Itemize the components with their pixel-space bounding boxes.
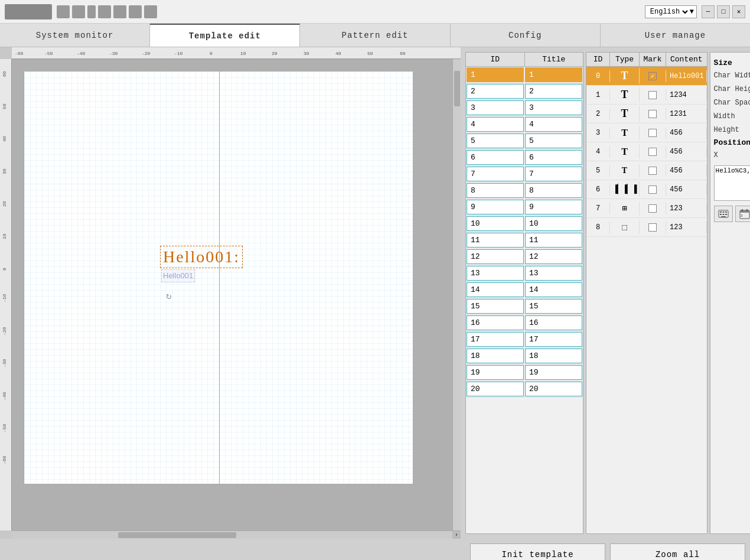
- svg-text:40: 40: [335, 51, 341, 56]
- obj-mark-cell[interactable]: [640, 165, 666, 177]
- obj-id-cell: 8: [586, 222, 610, 233]
- mark-checkbox[interactable]: [648, 167, 657, 175]
- mark-checkbox[interactable]: [648, 223, 657, 232]
- template-row[interactable]: 13 13: [466, 265, 583, 282]
- h-scroll-right-arrow[interactable]: ›: [452, 531, 461, 539]
- object-row[interactable]: 5 T 456: [586, 161, 707, 180]
- template-list-header: ID Title: [466, 53, 583, 67]
- zoom-all-button[interactable]: Zoom all: [610, 543, 745, 560]
- rotate-handle-icon[interactable]: ↻: [166, 290, 172, 302]
- tab-user-manage[interactable]: User manage: [601, 24, 750, 47]
- language-selector[interactable]: English ▼: [645, 5, 697, 18]
- template-row[interactable]: 14 14: [466, 282, 583, 298]
- width-label: Width: [714, 112, 750, 121]
- canvas-paper[interactable]: Hello001: Hello001 ↻: [24, 71, 413, 484]
- obj-mark-cell[interactable]: [640, 70, 666, 82]
- object-row[interactable]: 4 T 456: [586, 142, 707, 161]
- template-row[interactable]: 19 19: [466, 364, 583, 381]
- obj-mark-cell[interactable]: [640, 108, 666, 120]
- template-row[interactable]: 8 8: [466, 183, 583, 199]
- template-row[interactable]: 12 12: [466, 249, 583, 265]
- object-row[interactable]: 2 T 1231: [586, 105, 707, 123]
- mark-checkbox[interactable]: [648, 72, 657, 80]
- template-list: ID Title 1 1 2 2 3 3 4 4 5 5 6 6 7 7 8 8: [465, 52, 583, 534]
- template-row[interactable]: 3 3: [466, 100, 583, 116]
- maximize-button[interactable]: □: [717, 5, 730, 18]
- close-button[interactable]: ✕: [732, 5, 745, 18]
- template-row[interactable]: 17 17: [466, 331, 583, 348]
- template-row[interactable]: 10 10: [466, 216, 583, 232]
- mark-checkbox[interactable]: [648, 129, 657, 137]
- tab-pattern-edit[interactable]: Pattern edit: [300, 24, 450, 47]
- props-scroll[interactable]: Size Char Width ▲ ▼ Char Height: [710, 53, 750, 533]
- main-content: -60 -50 -40 -30 -20 -10 0 10 20 30 40 50…: [0, 47, 750, 539]
- mark-checkbox[interactable]: [648, 185, 657, 194]
- template-row[interactable]: 1 1: [466, 67, 583, 83]
- mark-checkbox[interactable]: [648, 91, 657, 99]
- svg-text:-10: -10: [174, 51, 183, 56]
- template-cell-id: 5: [467, 134, 524, 148]
- template-row[interactable]: 4 4: [466, 116, 583, 133]
- obj-mark-cell[interactable]: [640, 127, 666, 139]
- init-template-button[interactable]: Init template: [470, 543, 605, 560]
- svg-text:50: 50: [2, 103, 7, 109]
- object-row[interactable]: 0 T Hello001: [586, 67, 707, 86]
- obj-col-id-header: ID: [586, 53, 610, 66]
- obj-content-cell: Hello001: [666, 70, 707, 82]
- h-scrollbar-thumb[interactable]: [118, 532, 236, 538]
- obj-type-cell: ⊞: [610, 201, 640, 215]
- obj-id-cell: 0: [586, 70, 610, 82]
- object-row[interactable]: 7 ⊞ 123: [586, 199, 707, 218]
- v-scrollbar-thumb[interactable]: [454, 71, 460, 106]
- vertical-scrollbar[interactable]: [452, 59, 461, 530]
- object-list-body[interactable]: 0 T Hello001 1 T 1234 2 T 1231 3 T 456 4…: [586, 67, 707, 533]
- language-dropdown[interactable]: English: [648, 7, 690, 17]
- tab-template-edit[interactable]: Template edit: [150, 24, 300, 47]
- mark-checkbox[interactable]: [648, 148, 657, 156]
- canvas-scroll-area[interactable]: Hello001: Hello001 ↻: [12, 59, 461, 530]
- svg-text:50: 50: [367, 51, 373, 56]
- mark-checkbox[interactable]: [648, 204, 657, 213]
- template-cell-title: 11: [525, 233, 582, 248]
- tab-config[interactable]: Config: [451, 24, 601, 47]
- obj-mark-cell[interactable]: [640, 146, 666, 158]
- template-cell-title: 4: [525, 117, 582, 132]
- obj-type-cell: T: [610, 87, 640, 103]
- template-cell-id: 3: [467, 100, 524, 115]
- canvas-text-hello[interactable]: Hello001:: [160, 246, 243, 268]
- icon-box-3: [87, 5, 96, 18]
- obj-type-cell: ▐▏▐▏▐: [610, 182, 640, 197]
- template-row[interactable]: 20 20: [466, 381, 583, 398]
- object-row[interactable]: 3 T 456: [586, 123, 707, 142]
- svg-text:60: 60: [2, 71, 7, 77]
- template-row[interactable]: 2 2: [466, 83, 583, 100]
- template-row[interactable]: 11 11: [466, 232, 583, 249]
- template-cell-title: 14: [525, 282, 582, 297]
- template-list-body[interactable]: 1 1 2 2 3 3 4 4 5 5 6 6 7 7 8 8 9 9 10 1…: [466, 67, 583, 533]
- template-row[interactable]: 15 15: [466, 298, 583, 315]
- obj-mark-cell[interactable]: [640, 222, 666, 233]
- props-textarea[interactable]: [714, 165, 750, 201]
- obj-mark-cell[interactable]: [640, 89, 666, 101]
- object-row[interactable]: 6 ▐▏▐▏▐ 456: [586, 180, 707, 199]
- tab-system-monitor[interactable]: System monitor: [0, 24, 150, 47]
- template-row[interactable]: 16 16: [466, 315, 583, 331]
- object-row[interactable]: 8 ⬚ 123: [586, 218, 707, 237]
- minimize-button[interactable]: ─: [702, 5, 715, 18]
- template-row[interactable]: 9 9: [466, 199, 583, 216]
- template-row[interactable]: 5 5: [466, 133, 583, 149]
- object-row[interactable]: 1 T 1234: [586, 86, 707, 105]
- keyboard-icon-button[interactable]: [714, 206, 733, 222]
- obj-mark-cell[interactable]: [640, 184, 666, 196]
- ruler-left: 60 50 40 30 20 10 0 -10 -20 -30 -40 -50 …: [0, 59, 12, 530]
- template-cell-title: 9: [525, 200, 582, 214]
- template-row[interactable]: 18 18: [466, 348, 583, 364]
- template-cell-title: 2: [525, 84, 582, 99]
- horizontal-scrollbar[interactable]: ›: [12, 530, 461, 539]
- svg-text:20: 20: [272, 51, 278, 56]
- template-row[interactable]: 6 6: [466, 149, 583, 166]
- template-row[interactable]: 7 7: [466, 166, 583, 183]
- mark-checkbox[interactable]: [648, 110, 657, 118]
- obj-mark-cell[interactable]: [640, 203, 666, 214]
- calendar-icon-button[interactable]: 3: [735, 206, 750, 222]
